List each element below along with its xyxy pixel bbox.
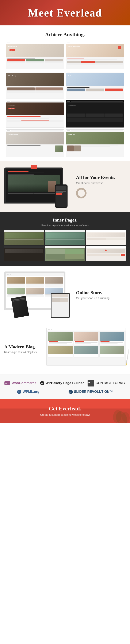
screen-item-4: Our Services (66, 71, 124, 98)
events-phone (55, 184, 67, 208)
plugins-section: W WooCommerce W WPBakery Page Builder 7 … (0, 374, 130, 399)
hero-section: Meet Everlead (0, 0, 130, 26)
blog-pencil-decoration (126, 349, 129, 366)
events-ring-decoration (76, 188, 86, 198)
inner-pages-grid: Get In Touch (4, 230, 126, 261)
blog-post-1 (48, 332, 73, 345)
svg-point-8 (68, 390, 73, 394)
blog-section: A Modern Blog. Neat single posts & blog … (0, 324, 130, 374)
inner-thumb-6 (86, 246, 126, 261)
store-subtitle: Get your shop up & running (76, 296, 126, 300)
wpml-icon: W (17, 390, 21, 394)
blog-post-6 (99, 346, 124, 358)
cta-section[interactable]: Get Everlead. Create a superb coaching w… (0, 399, 130, 423)
achieve-title: Achieve Anything. (4, 32, 126, 38)
s2-heading: Book an Appointment (68, 46, 79, 48)
s3-heading: Cafe & Dining (8, 75, 16, 77)
s5-btn: Learn More (8, 108, 14, 109)
wpml-logo: W WPML.org (17, 390, 39, 394)
screen-item-2: Book an Appointment (66, 42, 124, 69)
blog-subtitle: Neat single posts & blog lists (4, 351, 42, 354)
inner-pages-title: Inner Pages. (4, 217, 126, 223)
wpbakery-label: WPBakery Page Builder (46, 381, 84, 385)
inner-thumb-1 (4, 230, 44, 245)
screen-item-8: Earning Tips (66, 130, 124, 157)
wpbakery-logo: W WPBakery Page Builder (40, 381, 84, 385)
blog-post-2 (74, 332, 99, 345)
cta-title: Get Everlead. (4, 406, 126, 412)
blog-post-3 (99, 332, 124, 345)
store-title: Online Store. (76, 290, 126, 296)
events-text-area: All for Your Events. Great event showcas… (76, 175, 126, 198)
s7-heading: Time to dream big (8, 134, 18, 135)
svg-text:W: W (41, 382, 43, 384)
events-laptop: 🏷 (4, 168, 63, 204)
blog-screen (46, 328, 126, 366)
events-title: All for Your Events. (76, 175, 126, 180)
inner-thumb-2: Get In Touch (45, 230, 85, 245)
svg-text:7: 7 (88, 382, 90, 385)
slider-label: SLIDER REVOLUTION™ (74, 390, 113, 394)
s1-heading: We are Everlead (8, 46, 17, 48)
screen-item-5: We can coach Learn More (6, 100, 64, 128)
achieve-section: Achieve Anything. We are Everlead Explor… (0, 26, 130, 161)
inner-thumb-4 (4, 246, 44, 261)
screens-grid: We are Everlead Explore → (6, 42, 124, 157)
cf7-label: CONTACT FORM 7 (96, 381, 126, 385)
screen-item-6: Testimonials (66, 100, 124, 128)
cf7-icon: 7 (88, 380, 94, 386)
s5-heading: We can coach (8, 104, 15, 106)
events-device-area: 🏷 (4, 166, 72, 208)
slider-icon: S (68, 390, 73, 394)
inner-pages-subtitle: Practical layouts for a wide variety of … (4, 224, 126, 227)
screen-item-3: Cafe & Dining (6, 71, 64, 98)
wpbakery-icon: W (40, 381, 44, 385)
store-device-area (4, 272, 72, 318)
wpml-label: WPML.org (23, 390, 39, 394)
svg-text:S: S (69, 391, 71, 393)
svg-text:W: W (5, 383, 7, 384)
woocommerce-logo: W WooCommerce (4, 381, 36, 385)
cf7-logo: 7 CONTACT FORM 7 (88, 380, 126, 386)
blog-title: A Modern Blog. (4, 344, 42, 350)
screen-item-7: Time to dream big (6, 130, 64, 157)
hero-title: Meet Everlead (28, 6, 102, 19)
events-subtitle: Great event showcase (76, 182, 126, 185)
slider-revolution-logo: S SLIDER REVOLUTION™ (68, 390, 113, 394)
inner-pages-section: Inner Pages. Practical layouts for a wid… (0, 212, 130, 266)
cta-subtitle: Create a superb coaching website today! (4, 413, 126, 416)
events-section: 🏷 (0, 161, 130, 212)
blog-device-area (46, 328, 126, 370)
store-tablet (51, 293, 70, 318)
blog-text-area: A Modern Blog. Neat single posts & blog … (4, 344, 42, 354)
blog-post-5 (74, 346, 99, 358)
inner-thumb-3 (86, 230, 126, 245)
s6-heading: Testimonials (68, 104, 75, 106)
store-section: Online Store. Get your shop up & running (0, 266, 130, 324)
store-text-area: Online Store. Get your shop up & running (76, 290, 126, 300)
screen-item-1: We are Everlead Explore → (6, 42, 64, 69)
woocommerce-icon: W (4, 381, 10, 385)
s4-heading: Our Services (68, 75, 75, 77)
blog-post-4 (48, 346, 73, 358)
s1-btn: Explore → (9, 49, 15, 51)
inner-thumb-5 (45, 246, 85, 261)
s8-heading: Earning Tips (68, 134, 75, 135)
svg-text:W: W (18, 391, 19, 393)
events-laptop-screen (6, 169, 62, 202)
woocommerce-label: WooCommerce (12, 381, 36, 385)
